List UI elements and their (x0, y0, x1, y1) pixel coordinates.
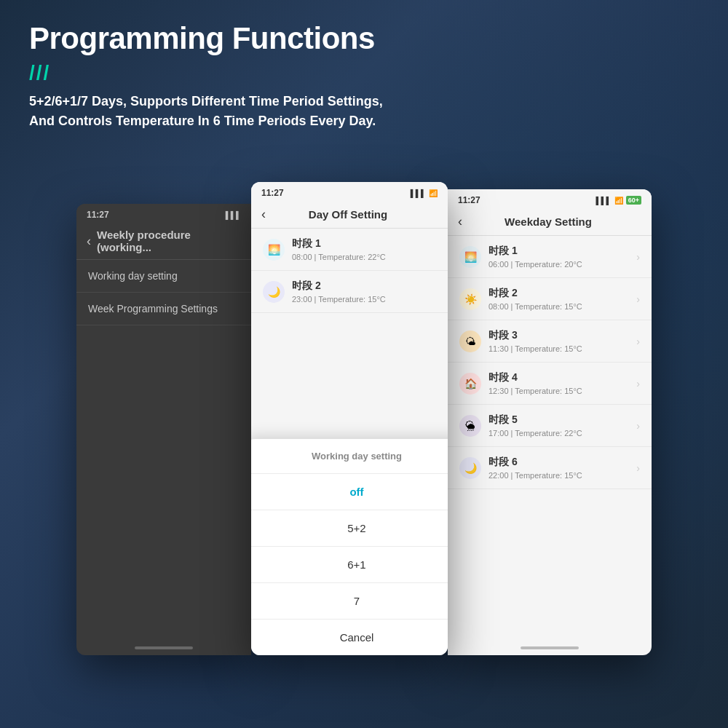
popup-option-off[interactable]: off (251, 474, 448, 510)
bottom-bar-3 (448, 641, 652, 655)
period-info-2: 时段 2 23:00 | Temperature: 15°C (292, 280, 436, 304)
wd-period-3[interactable]: 🌤 时段 3 11:30 | Temperature: 15°C › (448, 320, 652, 363)
back-button-3[interactable]: ‹ (458, 214, 462, 229)
list-item-week[interactable]: Week Programming Settings (76, 293, 251, 325)
status-time-3: 11:27 (458, 195, 480, 205)
working-day-popup: Working day setting off 5+2 6+1 7 Cancel (251, 439, 448, 655)
phones-container: 11:27 ▌▌▌ ‹ Weekly procedure (working...… (22, 182, 706, 706)
chevron-2: › (636, 293, 640, 305)
wd-period-2[interactable]: ☀️ 时段 2 08:00 | Temperature: 15°C › (448, 278, 652, 320)
status-time-2: 11:27 (261, 188, 284, 198)
status-icons-3: ▌▌▌ 📶 60+ (596, 196, 641, 205)
header-section: Programming Functions /// 5+2/6+1/7 Days… (29, 22, 383, 131)
popup-option-52[interactable]: 5+2 (251, 510, 448, 547)
accent-marks: /// (29, 61, 383, 84)
period-item-1[interactable]: 🌅 时段 1 08:00 | Temperature: 22°C (251, 229, 448, 271)
status-bar-3: 11:27 ▌▌▌ 📶 60+ (448, 189, 652, 208)
subtitle: 5+2/6+1/7 Days, Supports Different Time … (29, 92, 383, 131)
popup-header: Working day setting (251, 439, 448, 474)
period-name-2: 时段 2 (292, 280, 436, 293)
back-button-2[interactable]: ‹ (261, 207, 266, 222)
wd-icon-6: 🌙 (459, 457, 481, 479)
phone-weekday: 11:27 ▌▌▌ 📶 60+ ‹ Weekday Setting 🌅 时段 1… (448, 189, 652, 655)
popup-cancel[interactable]: Cancel (251, 620, 448, 655)
nav-title-3: Weekday Setting (468, 215, 628, 228)
battery-label-3: 60+ (626, 196, 641, 205)
nav-bar-2: ‹ Day Off Setting (251, 201, 448, 229)
popup-option-7[interactable]: 7 (251, 583, 448, 620)
spacer-3 (448, 489, 652, 641)
status-bar-2: 11:27 ▌▌▌ 📶 (251, 182, 448, 201)
home-indicator-1 (135, 646, 193, 649)
signal-icon-2: ▌▌▌ (411, 189, 426, 197)
popup-option-61[interactable]: 6+1 (251, 547, 448, 583)
subtitle-line2: And Controls Temperature In 6 Time Perio… (29, 111, 383, 131)
signal-icon-3: ▌▌▌ (596, 197, 611, 205)
main-title: Programming Functions (29, 22, 383, 55)
chevron-1: › (636, 251, 640, 263)
wd-icon-1: 🌅 (459, 246, 481, 268)
nav-bar-1: ‹ Weekly procedure (working... (76, 223, 251, 260)
nav-title-2: Day Off Setting (272, 208, 424, 221)
wd-icon-5: 🌦 (459, 415, 481, 437)
phone-day-off: 11:27 ▌▌▌ 📶 ‹ Day Off Setting 🌅 时段 1 08:… (251, 182, 448, 655)
nav-title-1: Weekly procedure (working... (97, 229, 241, 253)
period-name-1: 时段 1 (292, 237, 436, 250)
status-icons-2: ▌▌▌ 📶 (411, 189, 438, 197)
chevron-6: › (636, 462, 640, 474)
wd-info-6: 时段 6 22:00 | Temperature: 15°C (488, 456, 636, 480)
period-icon-1: 🌅 (263, 239, 285, 261)
wd-icon-4: 🏠 (459, 373, 481, 395)
phone-weekly: 11:27 ▌▌▌ ‹ Weekly procedure (working...… (76, 204, 251, 655)
status-icons-1: ▌▌▌ (226, 211, 241, 219)
wd-info-3: 时段 3 11:30 | Temperature: 15°C (488, 329, 636, 353)
period-time-2: 23:00 | Temperature: 15°C (292, 295, 436, 304)
wd-period-5[interactable]: 🌦 时段 5 17:00 | Temperature: 22°C › (448, 405, 652, 447)
bottom-bar-1 (76, 641, 251, 655)
wd-period-4[interactable]: 🏠 时段 4 12:30 | Temperature: 15°C › (448, 363, 652, 405)
chevron-4: › (636, 378, 640, 389)
wd-icon-2: ☀️ (459, 288, 481, 310)
status-time-1: 11:27 (87, 210, 109, 220)
home-indicator-3 (521, 646, 579, 649)
period-icon-2: 🌙 (263, 281, 285, 303)
period-time-1: 08:00 | Temperature: 22°C (292, 253, 436, 261)
subtitle-line1: 5+2/6+1/7 Days, Supports Different Time … (29, 92, 383, 111)
signal-icon-1: ▌▌▌ (226, 211, 241, 219)
wd-info-5: 时段 5 17:00 | Temperature: 22°C (488, 414, 636, 438)
nav-bar-3: ‹ Weekday Setting (448, 208, 652, 236)
wd-info-4: 时段 4 12:30 | Temperature: 15°C (488, 371, 636, 395)
period-info-1: 时段 1 08:00 | Temperature: 22°C (292, 237, 436, 261)
wd-period-6[interactable]: 🌙 时段 6 22:00 | Temperature: 15°C › (448, 447, 652, 489)
wd-period-1[interactable]: 🌅 时段 1 06:00 | Temperature: 20°C › (448, 236, 652, 278)
chevron-5: › (636, 420, 640, 432)
wd-info-2: 时段 2 08:00 | Temperature: 15°C (488, 287, 636, 311)
wd-icon-3: 🌤 (459, 331, 481, 352)
status-bar-1: 11:27 ▌▌▌ (76, 204, 251, 223)
list-item-working[interactable]: Working day setting (76, 260, 251, 293)
wd-info-1: 时段 1 06:00 | Temperature: 20°C (488, 245, 636, 269)
back-button-1[interactable]: ‹ (87, 234, 91, 249)
wifi-icon-3: 📶 (614, 197, 623, 205)
wifi-icon-2: 📶 (429, 189, 438, 197)
period-item-2[interactable]: 🌙 时段 2 23:00 | Temperature: 15°C (251, 271, 448, 313)
chevron-3: › (636, 336, 640, 347)
